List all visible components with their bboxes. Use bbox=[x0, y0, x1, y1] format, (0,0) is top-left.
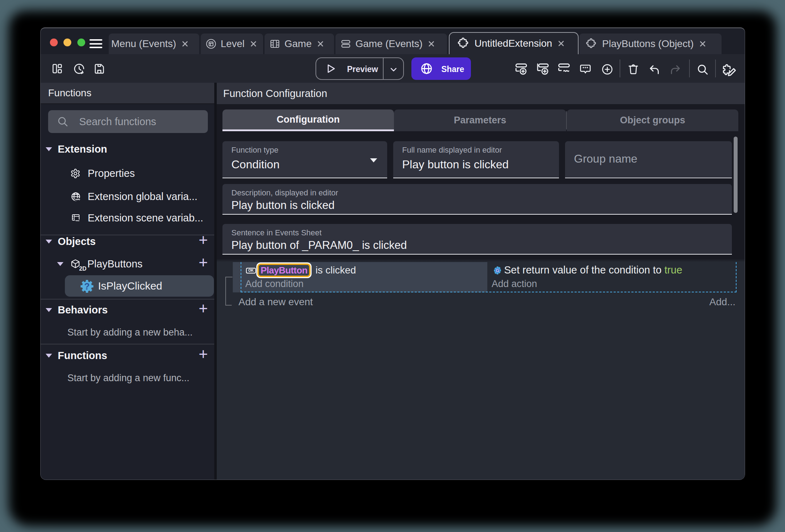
svg-text:G: G bbox=[496, 268, 499, 273]
svg-text:?: ? bbox=[84, 281, 89, 291]
